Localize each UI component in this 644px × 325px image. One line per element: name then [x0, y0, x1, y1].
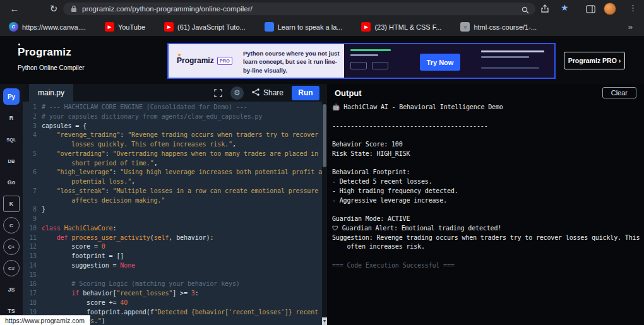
code-line[interactable]: "overtrading": "Overtrading happens when…	[42, 150, 322, 159]
code-line[interactable]: score += 40	[42, 298, 322, 308]
code-row[interactable]: 5 "overtrading": "Overtrading happens wh…	[23, 150, 322, 159]
bookmark-star-icon[interactable]: ★	[561, 3, 569, 13]
settings-icon[interactable]: ⚙	[230, 86, 244, 100]
code-line[interactable]: potential loss.",	[42, 177, 322, 187]
clear-button[interactable]: Clear	[602, 87, 636, 98]
output-line: - High trading frequency detected.	[332, 187, 644, 196]
code-line[interactable]: }	[42, 205, 322, 215]
code-row[interactable]: 7 "loss_streak": "Multiple losses in a r…	[23, 187, 322, 196]
code-row[interactable]: 9	[23, 215, 322, 224]
ad-preview-line	[481, 67, 539, 69]
code-row[interactable]: 13 footprint = []	[23, 252, 322, 261]
code-row[interactable]: 16 # Scoring Logic (matching your behavi…	[23, 280, 322, 289]
share-button[interactable]: Share	[252, 88, 283, 98]
profile-avatar[interactable]	[604, 3, 616, 15]
code-line[interactable]: def process_user_activity(self, behavior…	[42, 233, 322, 243]
output-line	[332, 112, 644, 122]
code-line[interactable]: # --- HACHICLAW CORE ENGINE (Consolidate…	[42, 103, 322, 112]
try-now-button[interactable]: Try Now	[420, 54, 460, 71]
scrollbar-down-arrow[interactable]: ▼	[322, 317, 327, 325]
code-line[interactable]: footprint = []	[42, 252, 322, 261]
output-line	[332, 131, 644, 140]
rail-item-go[interactable]: Go	[3, 174, 20, 191]
code-line[interactable]: "loss_streak": "Multiple losses in a row…	[42, 187, 322, 196]
ad-pro-badge: PRO	[217, 57, 232, 65]
code-row[interactable]: 17 if behavior["recent_losses"] >= 3:	[23, 289, 322, 298]
code-row[interactable]: 1# --- HACHICLAW CORE ENGINE (Consolidat…	[23, 103, 322, 112]
reload-icon[interactable]: ↻	[47, 3, 61, 15]
share-icon	[252, 88, 259, 98]
tab-main-py[interactable]: main.py	[29, 84, 73, 102]
code-row[interactable]: 10class HachiClawCore:	[23, 224, 322, 233]
bookmark-item[interactable]: ▶(23) HTML & CSS F...	[359, 21, 444, 33]
rail-item-r[interactable]: R	[3, 110, 20, 126]
code-line[interactable]	[42, 271, 322, 280]
share-page-icon[interactable]	[540, 4, 549, 16]
bookmark-item[interactable]: ▶(61) JavaScript Tuto...	[162, 21, 248, 33]
code-row[interactable]: 18 score += 40	[23, 298, 322, 308]
run-button[interactable]: Run	[292, 86, 319, 100]
code-row[interactable]: affects decision making."	[23, 196, 322, 206]
code-row[interactable]: 12 score = 0	[23, 242, 322, 252]
code-row[interactable]: 2# your capsules dictionary from agents/…	[23, 112, 322, 122]
ad-preview-box	[350, 62, 367, 69]
code-row[interactable]: 6 "high_leverage": "Using high leverage …	[23, 168, 322, 177]
url-text[interactable]: programiz.com/python-programming/online-…	[82, 5, 253, 13]
bookmark-item[interactable]: Chttps://www.canva....	[6, 21, 88, 33]
code-row[interactable]: 4 "revenge_trading": "Revenge trading oc…	[23, 131, 322, 140]
scrollbar-thumb[interactable]	[323, 104, 326, 167]
code-line[interactable]: losses quickly. This often increases ris…	[42, 140, 322, 150]
code-line[interactable]: "high_leverage": "Using high leverage in…	[42, 168, 322, 177]
fullscreen-icon[interactable]	[214, 89, 222, 97]
code-row[interactable]: 15	[23, 271, 322, 280]
bookmark-label: https://www.canva....	[22, 23, 86, 31]
code-line[interactable]: short period of time.",	[42, 159, 322, 168]
code-line[interactable]: # Scoring Logic (matching your behavior …	[42, 280, 322, 289]
address-bar[interactable]: programiz.com/python-programming/online-…	[63, 3, 535, 15]
code-row[interactable]: 3capsules = {	[23, 122, 322, 131]
bookmark-item[interactable]: Learn to speak a la...	[262, 21, 345, 33]
code-row[interactable]: 11 def process_user_activity(self, behav…	[23, 233, 322, 243]
code-area[interactable]: 1# --- HACHICLAW CORE ENGINE (Consolidat…	[23, 103, 322, 325]
ad-preview-line	[481, 56, 529, 58]
rail-item-csharp[interactable]: C#	[3, 260, 20, 276]
code-line[interactable]: affects decision making."	[42, 196, 322, 206]
code-line[interactable]: capsules = {	[42, 122, 322, 131]
rail-item-javascript[interactable]: JS	[3, 281, 20, 298]
output-toolbar: Output Clear	[327, 84, 644, 102]
code-row[interactable]: short period of time.",	[23, 159, 322, 168]
pro-ad-banner[interactable]: Programiz PRO Python course where you no…	[167, 43, 556, 79]
code-editor-panel: main.py ⚙ Share Run 1# --- HACHICLAW COR…	[23, 84, 322, 325]
back-icon[interactable]: ←	[8, 3, 21, 15]
rail-item-c[interactable]: C	[3, 217, 20, 233]
bookmark-item[interactable]: ≡html-css-course/1-...	[458, 21, 539, 33]
bookmarks-overflow-icon[interactable]: »	[628, 22, 633, 32]
rail-item-cpp[interactable]: C+	[3, 239, 20, 255]
rail-item-python[interactable]: Py	[3, 88, 20, 105]
line-number: 3	[23, 122, 42, 131]
editor-scrollbar[interactable]: ▼	[322, 84, 327, 325]
code-row[interactable]: losses quickly. This often increases ris…	[23, 140, 322, 150]
ad-preview-image: Try Now	[344, 44, 554, 78]
code-line[interactable]: score = 0	[42, 242, 322, 252]
code-row[interactable]: 14 suggestion = None	[23, 261, 322, 271]
browser-menu-icon[interactable]: ⋮	[629, 3, 637, 13]
search-icon[interactable]	[522, 5, 529, 16]
code-line[interactable]: class HachiClawCore:	[42, 224, 322, 233]
rail-item-kotlin[interactable]: K	[3, 196, 20, 212]
line-number	[23, 196, 42, 206]
rail-item-sql[interactable]: SQL	[3, 131, 20, 148]
code-row[interactable]: 8}	[23, 205, 322, 215]
programiz-logo[interactable]: Programiz	[18, 46, 85, 59]
bookmark-item[interactable]: ▶YouTube	[102, 21, 148, 33]
code-line[interactable]: if behavior["recent_losses"] >= 3:	[42, 289, 322, 298]
output-line: ----------------------------------------…	[332, 122, 644, 131]
code-line[interactable]: # your capsules dictionary from agents/c…	[42, 112, 322, 122]
code-line[interactable]: "revenge_trading": "Revenge trading occu…	[42, 131, 322, 140]
code-line[interactable]	[42, 215, 322, 224]
rail-item-db[interactable]: DB	[3, 153, 20, 169]
code-line[interactable]: suggestion = None	[42, 261, 322, 271]
programiz-pro-button[interactable]: Programiz PRO ›	[564, 52, 625, 69]
side-panel-icon[interactable]	[586, 4, 595, 16]
code-row[interactable]: potential loss.",	[23, 177, 322, 187]
